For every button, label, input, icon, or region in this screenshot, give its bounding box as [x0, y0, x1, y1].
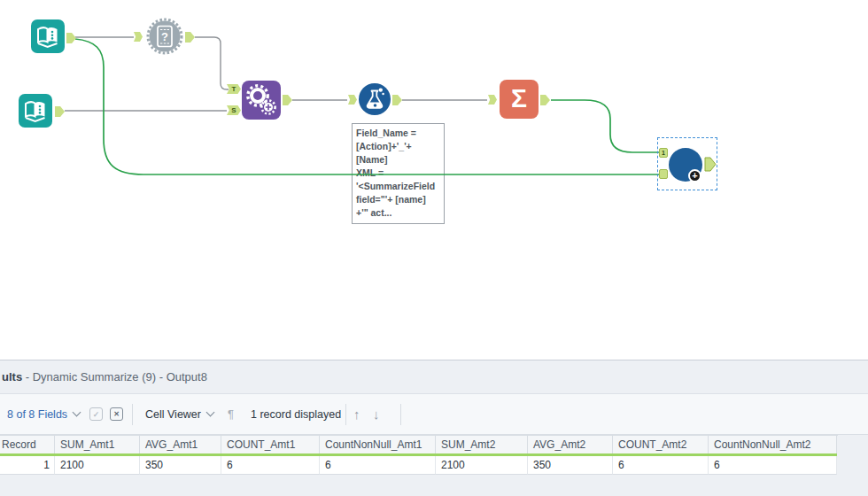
record-count-label: 1 record displayed: [251, 408, 341, 421]
flask-icon: [359, 83, 391, 115]
arrow-down-icon: ↓: [373, 407, 380, 422]
formula-annotation[interactable]: Field_Name = [Action]+'_'+ [Name] XML = …: [352, 123, 445, 224]
results-title-bold: ults: [2, 370, 22, 384]
template-input-anchor[interactable]: T: [227, 84, 241, 94]
table-cell[interactable]: 2100: [436, 456, 528, 475]
chevron-down-icon: [206, 408, 215, 417]
input-anchor-summarize-tool[interactable]: [488, 95, 497, 105]
select-fields-button[interactable]: ✓: [89, 394, 103, 434]
output-anchor-summarize-tool[interactable]: [540, 95, 550, 105]
chevron-down-icon: [73, 408, 81, 417]
annotation-line: field="'+ [name]: [356, 193, 440, 206]
text-input-icon: [31, 19, 65, 53]
source-input-anchor[interactable]: S: [227, 105, 241, 115]
output-anchor-input1[interactable]: [66, 33, 76, 43]
output-anchor-input2[interactable]: [55, 106, 65, 117]
table-cell[interactable]: 6: [221, 456, 320, 475]
scroll-up-button[interactable]: ↑: [353, 394, 360, 434]
output-anchor-dynamic-tool[interactable]: [283, 95, 292, 105]
macro-plus-badge: +: [688, 169, 701, 182]
table-cell[interactable]: 6: [320, 456, 436, 475]
text-input-icon: [19, 94, 52, 128]
record-count: 1 record displayed: [251, 394, 341, 434]
summarize-tool[interactable]: Σ: [500, 80, 539, 119]
output-anchor-formula-tool[interactable]: [392, 95, 402, 105]
checkbox-check-icon: ✓: [89, 407, 103, 421]
toolbar-separator: [400, 404, 401, 425]
annotation-line: Field_Name =: [356, 127, 440, 140]
macro-input-anchor-1[interactable]: 1: [659, 148, 668, 158]
output-anchor-question-tool[interactable]: [185, 32, 195, 43]
whitespace-toggle-button[interactable]: ¶: [228, 394, 234, 434]
column-header[interactable]: AVG_Amt2: [528, 436, 613, 453]
close-square-icon: ✕: [110, 407, 123, 421]
fields-dropdown-label: 8 of 8 Fields: [7, 408, 67, 421]
annotation-line: +'" act...: [356, 206, 440, 220]
cell-viewer-dropdown[interactable]: Cell Viewer: [145, 394, 213, 434]
macro-input-anchor-2[interactable]: [659, 169, 668, 179]
table-cell[interactable]: 1: [0, 456, 55, 475]
input-anchor-formula-tool[interactable]: [348, 95, 357, 105]
annotation-line: [Action]+'_'+: [356, 140, 440, 153]
arrow-up-icon: ↑: [353, 407, 360, 422]
column-header[interactable]: CountNonNull_Amt2: [709, 436, 837, 453]
plus-icon: +: [692, 170, 697, 181]
gear-question-icon: ?: [146, 18, 183, 55]
dynamic-gears-tool[interactable]: [242, 81, 281, 123]
gears-icon: [242, 81, 281, 120]
table-cell[interactable]: 350: [528, 456, 613, 475]
sigma-icon: Σ: [511, 83, 527, 112]
text-input-tool-1[interactable]: [31, 19, 65, 57]
deselect-fields-button[interactable]: ✕: [110, 394, 123, 434]
question-macro-tool[interactable]: ?: [146, 18, 183, 58]
alteryx-workflow-window: Field_Name = [Action]+'_'+ [Name] XML = …: [0, 0, 868, 496]
column-header[interactable]: Record: [0, 436, 55, 453]
pilcrow-icon: ¶: [228, 407, 234, 421]
question-glyph: ?: [161, 30, 168, 43]
toolbar-separator: [132, 404, 133, 425]
results-panel: ults - Dynamic Summarize (9) - Output8 8…: [0, 360, 868, 496]
column-header[interactable]: COUNT_Amt2: [613, 436, 709, 453]
table-row: 1 2100 350 6 6 2100 350 6 6: [0, 456, 838, 475]
column-header[interactable]: SUM_Amt2: [436, 436, 528, 453]
column-header[interactable]: AVG_Amt1: [140, 436, 221, 453]
column-header[interactable]: SUM_Amt1: [55, 436, 140, 453]
results-title: ults - Dynamic Summarize (9) - Output8: [2, 360, 868, 393]
macro-output-anchor[interactable]: [704, 157, 717, 172]
column-header[interactable]: CountNonNull_Amt1: [320, 436, 436, 453]
formula-flask-tool[interactable]: [359, 83, 391, 119]
table-cell[interactable]: 6: [613, 456, 709, 475]
text-input-tool-2[interactable]: [19, 94, 52, 131]
table-cell[interactable]: 6: [709, 456, 837, 475]
cell-viewer-label: Cell Viewer: [145, 408, 201, 421]
table-header-row: Record SUM_Amt1 AVG_Amt1 COUNT_Amt1 Coun…: [0, 436, 838, 453]
scroll-down-button[interactable]: ↓: [373, 394, 380, 434]
fields-dropdown[interactable]: 8 of 8 Fields: [7, 394, 80, 434]
wire-question-tool-to-template[interactable]: [195, 37, 229, 89]
annotation-line: '<SummarizeField: [356, 180, 440, 193]
toolbar-separator: [345, 404, 346, 425]
annotation-line: XML =: [356, 167, 440, 180]
results-table: Record SUM_Amt1 AVG_Amt1 COUNT_Amt1 Coun…: [0, 435, 838, 475]
workflow-canvas[interactable]: Field_Name = [Action]+'_'+ [Name] XML = …: [0, 0, 868, 360]
column-header[interactable]: COUNT_Amt1: [221, 436, 320, 453]
results-title-rest: - Dynamic Summarize (9) - Output8: [22, 370, 207, 384]
table-cell[interactable]: 350: [140, 456, 221, 475]
table-cell[interactable]: 2100: [55, 456, 140, 475]
input-anchor-question-tool[interactable]: [134, 32, 143, 42]
results-toolbar: 8 of 8 Fields ✓ ✕ Cell Viewer ¶ 1 record…: [0, 393, 868, 435]
wire-summarize-to-macro[interactable]: [551, 100, 659, 152]
annotation-line: [Name]: [356, 153, 440, 167]
